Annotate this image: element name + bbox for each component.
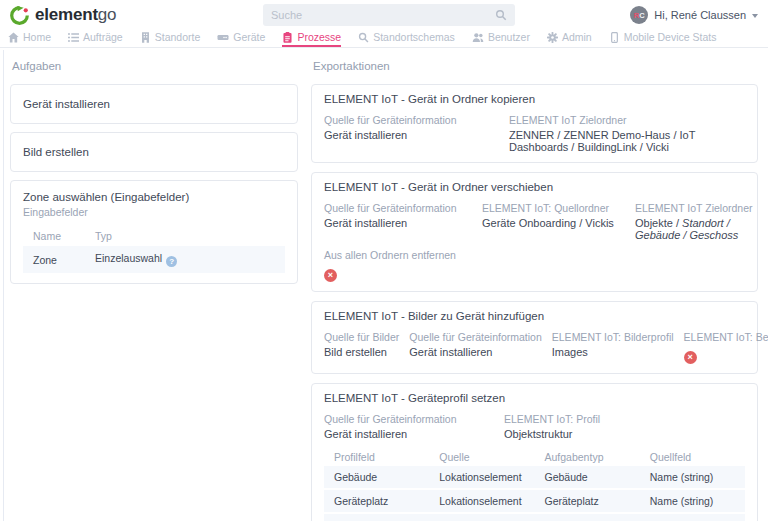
field-quelle-geraeteinformation: Quelle für Geräteinformation Gerät insta… (324, 114, 499, 153)
users-icon (472, 32, 484, 43)
search-icon (358, 32, 369, 43)
exportaktionen-title: Exportaktionen (313, 60, 758, 72)
field-typ-cell: Einzelauswahl? (85, 246, 285, 273)
nav-item-admin[interactable]: Admin (547, 30, 592, 47)
search-input[interactable]: Suche (263, 4, 515, 26)
building-icon (140, 32, 151, 43)
field-aus-allen-ordnern-entfernen: Aus allen Ordnern entfernen × (324, 249, 745, 282)
search-icon (495, 9, 507, 21)
nav-item-mobile-device-stats[interactable]: Mobile Device Stats (609, 30, 717, 47)
table-row: Geschoss Lokationselement Geschoss Name … (324, 513, 745, 521)
field-bilderprofil: ELEMENT IoT: Bilderprofil Images (552, 331, 674, 364)
app-header: elementgo Suche RC Hi, René Claussen (0, 0, 768, 30)
nav-item-home[interactable]: Home (8, 30, 51, 47)
field-name-cell: Zone (23, 246, 85, 273)
question-circle-icon[interactable]: ? (166, 256, 177, 267)
profilfeld-mapping-table: Profilfeld Quelle Aufgabentyp Quellfeld … (324, 448, 745, 521)
nav-item-geraete[interactable]: Geräte (217, 30, 265, 47)
export-action-card-geraeteprofil[interactable]: ELEMENT IoT - Geräteprofil setzen Quelle… (311, 383, 758, 521)
nav-item-auftraege[interactable]: Aufträge (68, 30, 123, 47)
search-placeholder: Suche (271, 9, 302, 21)
export-action-card-verschieben[interactable]: ELEMENT IoT - Gerät in Ordner verschiebe… (311, 172, 758, 292)
export-action-card-bilder-hinzufuegen[interactable]: ELEMENT IoT - Bilder zu Gerät hinzufügen… (311, 301, 758, 374)
column-header-name: Name (23, 226, 85, 246)
field-quellordner: ELEMENT IoT: Quellordner Geräte Onboardi… (482, 202, 625, 241)
nav-item-benutzer[interactable]: Benutzer (472, 30, 530, 47)
logo-sync-icon (10, 6, 29, 25)
aufgaben-panel: Aufgaben Gerät installieren Bild erstell… (10, 55, 298, 521)
column-header-quelle: Quelle (429, 448, 534, 466)
task-card-zone-auswaehlen[interactable]: Zone auswählen (Eingabefelder) Eingabefe… (10, 180, 298, 284)
table-row: Geräteplatz Lokationselement Geräteplatz… (324, 489, 745, 513)
table-row: Zone Einzelauswahl? (23, 246, 285, 273)
nav-item-standorte[interactable]: Standorte (140, 30, 201, 47)
field-quelle-geraeteinformation: Quelle für Geräteinformation Gerät insta… (324, 202, 472, 241)
user-greeting: Hi, René Claussen (654, 9, 746, 21)
column-header-profilfeld: Profilfeld (324, 448, 429, 466)
avatar: RC (630, 6, 648, 24)
user-menu[interactable]: RC Hi, René Claussen (630, 6, 758, 24)
column-header-typ: Typ (85, 226, 285, 246)
eingabefelder-table: Name Typ Zone Einzelauswahl? (23, 226, 285, 273)
main-nav: Home Aufträge Standorte Geräte Prozesse … (0, 30, 768, 48)
clipboard-icon (282, 32, 293, 43)
field-quelle-geraeteinformation: Quelle für Geräteinformation Gerät insta… (324, 413, 494, 440)
false-icon: × (324, 269, 337, 282)
hdd-icon (217, 32, 229, 43)
false-icon: × (684, 351, 697, 364)
chevron-down-icon (752, 14, 758, 18)
home-icon (8, 32, 19, 43)
export-action-card-kopieren[interactable]: ELEMENT IoT - Gerät in Ordner kopieren Q… (311, 84, 758, 163)
field-zielordner: ELEMENT IoT Zielordner Objekte / Standor… (635, 202, 745, 241)
tasks-icon (68, 32, 79, 43)
brand-text: elementgo (35, 5, 116, 25)
nav-item-prozesse[interactable]: Prozesse (282, 30, 341, 47)
field-quelle-bilder: Quelle für Bilder Bild erstellen (324, 331, 399, 364)
task-card-geraet-installieren[interactable]: Gerät installieren (10, 84, 298, 124)
field-profil: ELEMENT IoT: Profil Objektstruktur (504, 413, 745, 440)
field-bilder-ueberschreiben: ELEMENT IoT: Bestehende Bilder überschre… (684, 331, 745, 364)
column-header-aufgabentyp: Aufgabentyp (535, 448, 640, 466)
gear-icon (547, 32, 558, 43)
main-content: Aufgaben Gerät installieren Bild erstell… (0, 48, 768, 521)
column-header-quellfeld: Quellfeld (640, 448, 745, 466)
page-left-divider (3, 50, 4, 521)
mobile-icon (609, 32, 620, 43)
aufgaben-title: Aufgaben (12, 60, 298, 72)
table-row: Gebäude Lokationselement Gebäude Name (s… (324, 466, 745, 489)
app-logo[interactable]: elementgo (10, 5, 116, 25)
field-quelle-geraeteinformation: Quelle für Geräteinformation Gerät insta… (409, 331, 541, 364)
field-zielordner: ELEMENT IoT Zielordner ZENNER / ZENNER D… (509, 114, 745, 153)
task-card-bild-erstellen[interactable]: Bild erstellen (10, 132, 298, 172)
nav-item-standortschemas[interactable]: Standortschemas (358, 30, 455, 47)
exportaktionen-panel: Exportaktionen ELEMENT IoT - Gerät in Or… (311, 55, 758, 521)
